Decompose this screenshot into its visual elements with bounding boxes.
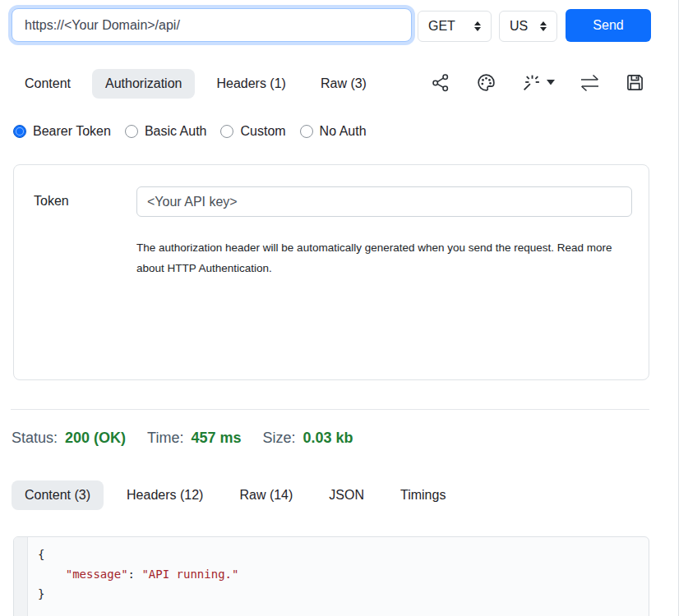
tab-authorization[interactable]: Authorization xyxy=(92,69,195,99)
radio-selected-icon xyxy=(13,125,26,138)
response-json-code: { "message": "API running." } xyxy=(28,537,248,616)
time-value: 457 ms xyxy=(191,430,241,447)
swap-arrows-icon[interactable] xyxy=(579,73,601,93)
code-gutter xyxy=(14,537,28,616)
region-select[interactable]: US xyxy=(499,11,557,42)
size-label: Size: xyxy=(262,430,295,447)
content-right-border xyxy=(678,0,679,616)
code-indent xyxy=(38,568,66,581)
tab-response-json[interactable]: JSON xyxy=(316,480,377,510)
section-divider xyxy=(11,409,649,410)
radio-unselected-icon xyxy=(125,125,138,138)
radio-label: No Auth xyxy=(320,124,367,139)
status-value: 200 (OK) xyxy=(65,430,126,447)
tab-headers[interactable]: Headers (1) xyxy=(203,69,298,99)
select-arrows-icon xyxy=(474,21,481,31)
share-icon[interactable] xyxy=(431,72,451,93)
code-separator: : xyxy=(128,568,142,581)
response-summary: Status: 200 (OK) Time: 457 ms Size: 0.03… xyxy=(12,430,353,447)
token-panel: Token The authorization header will be a… xyxy=(13,164,649,380)
code-key: "message" xyxy=(66,568,128,581)
request-toolbar xyxy=(431,72,644,93)
code-close-brace: } xyxy=(38,587,44,600)
size-value: 0.03 kb xyxy=(303,430,353,447)
tab-response-content[interactable]: Content (3) xyxy=(12,480,104,510)
code-open-brace: { xyxy=(38,548,44,561)
token-help-line-2: about HTTP Authentication. xyxy=(136,258,612,278)
tab-raw[interactable]: Raw (3) xyxy=(307,69,380,99)
token-help-text: The authorization header will be automat… xyxy=(136,237,612,278)
method-select[interactable]: GET xyxy=(418,11,492,42)
tab-response-headers[interactable]: Headers (12) xyxy=(113,480,216,510)
token-input[interactable] xyxy=(136,186,632,217)
radio-unselected-icon xyxy=(220,125,233,138)
palette-icon[interactable] xyxy=(476,72,496,93)
radio-no-auth[interactable]: No Auth xyxy=(300,124,367,139)
send-button[interactable]: Send xyxy=(566,9,651,42)
radio-bearer-token[interactable]: Bearer Token xyxy=(13,124,111,139)
method-select-value: GET xyxy=(428,19,455,34)
save-icon[interactable] xyxy=(626,73,644,92)
size-pair: Size: 0.03 kb xyxy=(262,430,353,447)
request-tabs: Content Authorization Headers (1) Raw (3… xyxy=(12,69,380,99)
radio-label: Custom xyxy=(240,124,285,139)
auth-type-options: Bearer Token Basic Auth Custom No Auth xyxy=(13,124,367,139)
status-pair: Status: 200 (OK) xyxy=(12,430,126,447)
chevron-down-icon xyxy=(547,80,555,85)
radio-unselected-icon xyxy=(300,125,313,138)
magic-wand-icon[interactable] xyxy=(521,72,555,93)
radio-label: Bearer Token xyxy=(33,124,111,139)
region-select-value: US xyxy=(510,19,528,34)
radio-label: Basic Auth xyxy=(145,124,207,139)
radio-basic-auth[interactable]: Basic Auth xyxy=(125,124,207,139)
time-label: Time: xyxy=(147,430,183,447)
token-help-line-1: The authorization header will be automat… xyxy=(136,237,612,258)
tab-content[interactable]: Content xyxy=(12,69,84,99)
token-field-label: Token xyxy=(34,194,69,209)
code-value: "API running." xyxy=(141,568,238,581)
response-tabs: Content (3) Headers (12) Raw (14) JSON T… xyxy=(12,480,459,510)
select-arrows-icon xyxy=(540,21,547,31)
radio-custom[interactable]: Custom xyxy=(220,124,285,139)
status-label: Status: xyxy=(12,430,58,447)
api-client-page: GET US Send Content Authorization Header… xyxy=(0,0,688,616)
response-body: { "message": "API running." } xyxy=(13,536,649,616)
time-pair: Time: 457 ms xyxy=(147,430,241,447)
tab-response-raw[interactable]: Raw (14) xyxy=(226,480,306,510)
tab-response-timings[interactable]: Timings xyxy=(387,480,459,510)
url-input[interactable] xyxy=(12,8,412,42)
